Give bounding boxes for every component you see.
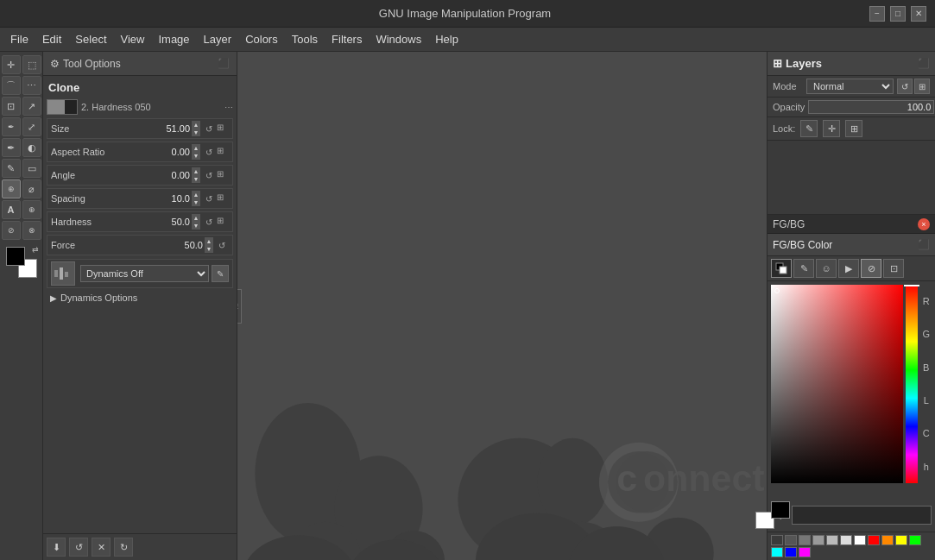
spacing-reset-btn[interactable]: ↺ bbox=[202, 192, 216, 205]
maximize-button[interactable]: □ bbox=[890, 6, 906, 22]
hardness-reset-btn[interactable]: ↺ bbox=[202, 215, 216, 229]
size-input[interactable] bbox=[147, 123, 190, 134]
tool-smudge[interactable]: ⌀ bbox=[22, 179, 41, 198]
menu-item-colors[interactable]: Colors bbox=[238, 29, 285, 49]
color-gradient-box[interactable] bbox=[771, 285, 903, 483]
palette-swatch-5[interactable] bbox=[840, 535, 852, 545]
tool-ink[interactable]: ✒ bbox=[2, 138, 21, 157]
palette-swatch-12[interactable] bbox=[785, 547, 797, 557]
tool-move2[interactable]: ⤢ bbox=[22, 117, 41, 136]
fg-bg-swatch[interactable]: ⇄ bbox=[6, 247, 37, 278]
menu-item-file[interactable]: File bbox=[3, 29, 35, 49]
tool-move[interactable]: ✛ bbox=[2, 55, 21, 74]
palette-swatch-3[interactable] bbox=[812, 535, 824, 545]
layers-expand-btn[interactable]: ⬛ bbox=[918, 58, 930, 69]
palette-swatch-7[interactable] bbox=[868, 535, 880, 545]
lock-position-btn[interactable]: ✛ bbox=[823, 120, 840, 137]
size-up-btn[interactable]: ▲ bbox=[192, 121, 200, 129]
menu-item-edit[interactable]: Edit bbox=[35, 29, 68, 49]
angle-up-btn[interactable]: ▲ bbox=[192, 167, 200, 175]
size-down-btn[interactable]: ▼ bbox=[192, 129, 200, 136]
tool-measure[interactable]: ⊗ bbox=[22, 221, 41, 240]
palette-swatch-1[interactable] bbox=[785, 535, 797, 545]
fg-swatch[interactable] bbox=[6, 247, 25, 266]
tool-eraser[interactable]: ▭ bbox=[22, 159, 41, 178]
tool-clone[interactable]: ⊕ bbox=[2, 179, 21, 198]
layers-mode-btn-1[interactable]: ↺ bbox=[897, 79, 913, 94]
hardness-up-btn[interactable]: ▲ bbox=[192, 214, 200, 222]
spacing-down-btn[interactable]: ▼ bbox=[192, 198, 200, 206]
palette-swatch-9[interactable] bbox=[895, 535, 907, 545]
footer-refresh-btn[interactable]: ↻ bbox=[114, 538, 133, 557]
force-up-btn[interactable]: ▲ bbox=[205, 237, 213, 245]
tool-text[interactable]: A bbox=[2, 200, 21, 219]
menu-item-image[interactable]: Image bbox=[151, 29, 196, 49]
menu-item-windows[interactable]: Windows bbox=[369, 29, 428, 49]
dynamics-options-row[interactable]: ▶ Dynamics Options bbox=[47, 290, 233, 305]
menu-item-filters[interactable]: Filters bbox=[325, 29, 369, 49]
tool-dodge[interactable]: ◐ bbox=[22, 138, 41, 157]
lock-pixels-btn[interactable]: ✎ bbox=[800, 120, 818, 137]
brush-options-icon[interactable]: ⋯ bbox=[224, 103, 233, 112]
hardness-down-btn[interactable]: ▼ bbox=[192, 222, 200, 230]
panel-collapse-handle[interactable]: ⋮ bbox=[237, 289, 242, 324]
menu-item-layer[interactable]: Layer bbox=[197, 29, 239, 49]
angle-down-btn[interactable]: ▼ bbox=[192, 175, 200, 183]
size-reset-btn[interactable]: ↺ bbox=[202, 122, 216, 135]
color-tab-edit[interactable]: ✎ bbox=[793, 259, 814, 278]
color-fg-swatch[interactable] bbox=[771, 501, 790, 519]
hardness-input[interactable] bbox=[147, 217, 190, 227]
angle-reset-btn[interactable]: ↺ bbox=[202, 168, 216, 182]
aspect-ratio-down-btn[interactable]: ▼ bbox=[192, 152, 200, 160]
menu-item-select[interactable]: Select bbox=[68, 29, 113, 49]
menu-item-view[interactable]: View bbox=[114, 29, 152, 49]
color-tab-circle[interactable]: ⊘ bbox=[861, 259, 881, 278]
palette-swatch-4[interactable] bbox=[826, 535, 838, 545]
footer-restore-btn[interactable]: ↺ bbox=[69, 538, 88, 557]
palette-swatch-0[interactable] bbox=[771, 535, 783, 545]
tool-rect-select[interactable]: ⬚ bbox=[22, 55, 41, 74]
spacing-input[interactable] bbox=[147, 193, 190, 204]
fgbg-close-btn[interactable]: × bbox=[918, 218, 930, 230]
tool-heal[interactable]: ✒ bbox=[2, 117, 21, 136]
close-button[interactable]: ✕ bbox=[911, 6, 926, 22]
force-down-btn[interactable]: ▼ bbox=[205, 245, 213, 253]
color-hue-strip[interactable] bbox=[906, 285, 918, 483]
tool-pencil[interactable]: ✎ bbox=[2, 159, 21, 178]
palette-swatch-6[interactable] bbox=[854, 535, 866, 545]
fgbg-panel-expand-btn[interactable]: ⬛ bbox=[918, 239, 930, 250]
aspect-ratio-reset-btn[interactable]: ↺ bbox=[202, 145, 216, 159]
brush-selector[interactable]: 2. Hardness 050 ⋯ bbox=[47, 99, 233, 115]
dynamics-edit-btn[interactable]: ✎ bbox=[212, 265, 229, 282]
palette-swatch-10[interactable] bbox=[909, 535, 921, 545]
footer-delete-btn[interactable]: ✕ bbox=[92, 538, 111, 557]
tool-transform[interactable]: ↗ bbox=[22, 97, 41, 116]
force-input[interactable] bbox=[160, 240, 203, 250]
lock-alpha-btn[interactable]: ⊞ bbox=[845, 120, 862, 137]
aspect-ratio-input[interactable] bbox=[147, 147, 190, 157]
minimize-button[interactable]: − bbox=[869, 6, 885, 22]
tool-crop[interactable]: ⊡ bbox=[2, 97, 21, 116]
aspect-ratio-up-btn[interactable]: ▲ bbox=[192, 144, 200, 152]
tool-lasso[interactable]: ⌒ bbox=[2, 76, 21, 95]
tool-fuzzy-select[interactable]: ⋯ bbox=[22, 76, 41, 95]
palette-swatch-11[interactable] bbox=[771, 547, 783, 557]
layers-opacity-input[interactable] bbox=[808, 100, 934, 114]
tool-eyedropper[interactable]: ⊘ bbox=[2, 221, 21, 240]
layers-mode-select[interactable]: Normal bbox=[806, 79, 894, 94]
palette-swatch-8[interactable] bbox=[881, 535, 894, 545]
menu-item-tools[interactable]: Tools bbox=[285, 29, 325, 49]
menu-item-help[interactable]: Help bbox=[428, 29, 465, 49]
spacing-up-btn[interactable]: ▲ bbox=[192, 191, 200, 198]
footer-save-btn[interactable]: ⬇ bbox=[47, 538, 66, 557]
color-tab-play[interactable]: ▶ bbox=[838, 259, 859, 278]
color-tab-grid[interactable]: ⊡ bbox=[883, 259, 904, 278]
hex-color-input[interactable]: 000000 bbox=[792, 506, 932, 525]
color-tab-fg[interactable] bbox=[771, 259, 792, 278]
tool-options-expand-btn[interactable]: ⬛ bbox=[218, 58, 230, 69]
angle-input[interactable] bbox=[147, 170, 190, 180]
layers-mode-btn-2[interactable]: ⊞ bbox=[914, 79, 930, 94]
dynamics-dropdown[interactable]: Dynamics Off bbox=[80, 265, 209, 282]
tool-zoom[interactable]: ⊕ bbox=[22, 200, 41, 219]
force-reset-btn[interactable]: ↺ bbox=[215, 238, 229, 252]
